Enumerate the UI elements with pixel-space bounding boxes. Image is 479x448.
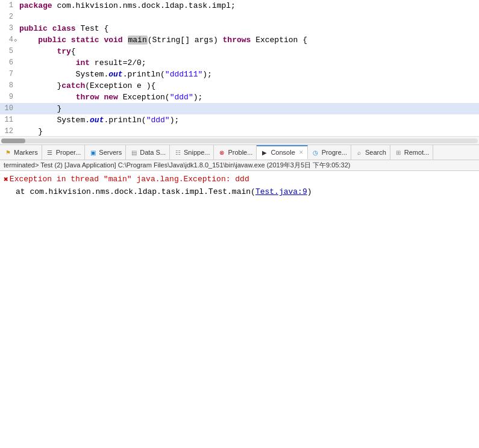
search-icon: ⌕ <box>355 148 363 157</box>
code-line-4: 4◇ public static void main(String[] args… <box>0 34 479 46</box>
line-content-4: public static void main(String[] args) t… <box>17 34 307 46</box>
line-num-9: 9 <box>0 92 17 103</box>
code-line-7: 7 System.out.println("ddd111"); <box>0 69 479 80</box>
tab-servers-label: Servers <box>99 149 122 156</box>
tab-data-label: Data S... <box>140 149 166 156</box>
tab-problems-label: Proble... <box>228 149 252 156</box>
tab-markers-label: Markers <box>14 149 38 156</box>
line-num-12: 12 <box>0 126 17 136</box>
console-status-text: terminated> Test (2) [Java Application] … <box>4 161 350 170</box>
console-icon: ▶ <box>260 148 269 157</box>
stack-trace-text: at com.hikvision.nms.dock.ldap.task.impl… <box>4 186 312 198</box>
tab-snippets[interactable]: ☷ Snippe... <box>170 145 214 160</box>
properties-icon: ☰ <box>46 148 54 157</box>
error-icon: ✖ <box>4 174 8 186</box>
console-output-area: ✖ Exception in thread "main" java.lang.E… <box>0 171 479 312</box>
line-num-8: 8 <box>0 80 17 92</box>
scrollbar-thumb[interactable] <box>1 138 25 143</box>
stack-trace-prefix: at com.hikvision.nms.dock.ldap.task.impl… <box>16 187 255 196</box>
line-num-11: 11 <box>0 114 17 126</box>
code-line-1: 1 package com.hikvision.nms.dock.ldap.ta… <box>0 0 479 11</box>
console-stack-line-1: at com.hikvision.nms.dock.ldap.task.impl… <box>4 186 475 198</box>
console-empty-area <box>0 312 479 448</box>
tab-console-label: Console <box>271 149 295 156</box>
tab-search-label: Search <box>365 149 386 156</box>
tab-console[interactable]: ▶ Console ✕ <box>257 145 307 160</box>
tab-remote-label: Remot... <box>404 149 430 156</box>
line-content-8: }catch(Exception e ){ <box>17 80 155 92</box>
tab-progress-label: Progre... <box>322 149 347 156</box>
line-content-9: throw new Exception("ddd"); <box>17 92 202 103</box>
tab-data[interactable]: ▤ Data S... <box>126 145 170 160</box>
line-content-3: public class Test { <box>17 23 108 34</box>
line-content-2 <box>17 11 24 23</box>
editor-scrollbar[interactable] <box>0 136 479 145</box>
line-content-12: } <box>17 126 43 136</box>
data-icon: ▤ <box>130 148 138 157</box>
code-line-10: 10 } <box>0 103 479 114</box>
line-num-4: 4◇ <box>0 34 17 46</box>
line-num-3: 3 <box>0 23 17 34</box>
error-prefix: xception in thread "main" java.lang.Exce… <box>14 175 249 184</box>
code-editor[interactable]: 1 package com.hikvision.nms.dock.ldap.ta… <box>0 0 479 136</box>
line-content-1: package com.hikvision.nms.dock.ldap.task… <box>17 0 236 11</box>
code-lines: 1 package com.hikvision.nms.dock.ldap.ta… <box>0 0 479 136</box>
line-num-10: 10 <box>0 103 17 114</box>
servers-icon: ▣ <box>89 148 97 157</box>
code-line-9: 9 throw new Exception("ddd"); <box>0 92 479 103</box>
console-tab-id: ✕ <box>299 149 304 155</box>
line-content-6: int result=2/0; <box>17 57 146 69</box>
progress-icon: ◷ <box>312 148 320 157</box>
tab-properties[interactable]: ☰ Proper... <box>42 145 86 160</box>
markers-icon: ⚑ <box>4 148 12 157</box>
stack-trace-link[interactable]: Test.java:9 <box>255 187 307 196</box>
tab-servers[interactable]: ▣ Servers <box>85 145 126 160</box>
line-num-2: 2 <box>0 11 17 23</box>
tab-progress[interactable]: ◷ Progre... <box>308 145 351 160</box>
tab-snippets-label: Snippe... <box>184 149 210 156</box>
line-content-10: } <box>17 103 61 114</box>
stack-trace-suffix: ) <box>307 187 312 196</box>
error-text-main: Exception in thread "main" java.lang.Exc… <box>10 173 249 185</box>
code-line-11: 11 System.out.println("ddd"); <box>0 114 479 126</box>
code-line-6: 6 int result=2/0; <box>0 57 479 69</box>
line-num-6: 6 <box>0 57 17 69</box>
bottom-tab-bar: ⚑ Markers ☰ Proper... ▣ Servers ▤ Data S… <box>0 145 479 160</box>
console-error-line-1: ✖ Exception in thread "main" java.lang.E… <box>4 173 475 186</box>
snippets-icon: ☷ <box>174 148 182 157</box>
scrollbar-track[interactable] <box>1 138 478 143</box>
console-status-bar: terminated> Test (2) [Java Application] … <box>0 160 479 171</box>
tab-problems[interactable]: ⊗ Proble... <box>214 145 257 160</box>
code-line-8: 8 }catch(Exception e ){ <box>0 80 479 92</box>
line-content-11: System.out.println("ddd"); <box>17 114 179 126</box>
remote-icon: ⊞ <box>394 148 402 157</box>
code-line-2: 2 <box>0 11 479 23</box>
tab-properties-label: Proper... <box>56 149 81 156</box>
code-line-5: 5 try{ <box>0 46 479 57</box>
line-num-1: 1 <box>0 0 17 11</box>
tab-search[interactable]: ⌕ Search <box>351 145 390 160</box>
tab-markers[interactable]: ⚑ Markers <box>0 145 42 160</box>
line-num-7: 7 <box>0 69 17 80</box>
problems-icon: ⊗ <box>218 148 226 157</box>
tab-remote[interactable]: ⊞ Remot... <box>390 145 434 160</box>
line-content-5: try{ <box>17 46 76 57</box>
code-line-3: 3 public class Test { <box>0 23 479 34</box>
line-content-7: System.out.println("ddd111"); <box>17 69 212 80</box>
line-num-5: 5 <box>0 46 17 57</box>
code-line-12: 12 } <box>0 126 479 136</box>
